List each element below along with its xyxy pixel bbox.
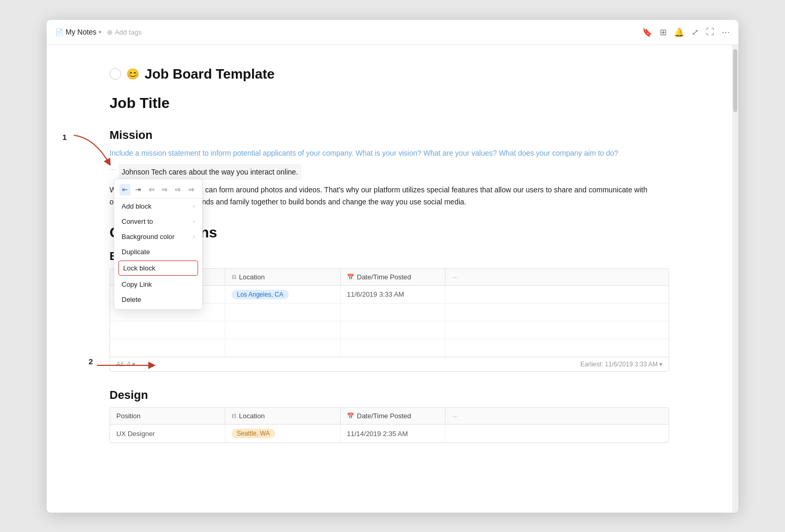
- mission-heading: Mission: [110, 128, 669, 142]
- design-position-col-label: Position: [116, 412, 140, 420]
- emoji-picker-btn[interactable]: [110, 68, 121, 80]
- expand-icon: ↔: [452, 274, 458, 281]
- arrow-1-svg: [69, 133, 116, 169]
- design-table-header: Position ⊟ Location 📅 Date/Time Posted: [110, 408, 669, 425]
- align-center-button[interactable]: ⇥: [133, 184, 144, 196]
- grid-icon[interactable]: ⊞: [660, 27, 667, 37]
- mission-block-row: ··· Johnson Tech cares about the way you…: [110, 164, 669, 180]
- content-area: 😊 Job Board Template Job Title Mission I…: [47, 45, 738, 513]
- engineering-table-footer: All: 4 ▾ Earliest: 11/6/2019 3:33 AM ▾: [110, 357, 669, 371]
- ctx-lock-block[interactable]: Lock block: [118, 260, 198, 276]
- cell-date-empty-3[interactable]: [341, 321, 445, 339]
- mission-block-text[interactable]: Johnson Tech cares about the way you int…: [118, 164, 301, 180]
- annotation-label-2: 2: [89, 357, 93, 366]
- align-justify-button[interactable]: ⇨: [159, 184, 170, 196]
- align-option4-button[interactable]: ⇨: [172, 184, 183, 196]
- context-menu: ⇤ ⇥ ⇦ ⇨ ⇨ ⇨ Add block ›: [114, 179, 203, 310]
- cell-loc-empty-4[interactable]: [225, 339, 341, 356]
- more-icon[interactable]: ⋯: [722, 27, 730, 37]
- cell-loc-empty-3[interactable]: [225, 321, 341, 339]
- design-link-icon: ⊟: [232, 412, 236, 419]
- annotation-label-1: 1: [62, 133, 67, 142]
- cell-design-location-1[interactable]: Seattle, WA: [225, 425, 341, 442]
- cell-extra-1: [445, 286, 669, 303]
- ctx-duplicate-label: Duplicate: [122, 248, 150, 256]
- th-design-location: ⊟ Location: [225, 408, 341, 424]
- th-date: 📅 Date/Time Posted: [341, 269, 445, 285]
- location-col-label: Location: [239, 273, 265, 281]
- ctx-add-block-label: Add block: [122, 202, 151, 210]
- design-calendar-icon: 📅: [347, 412, 354, 419]
- design-date-value-1: 11/14/2019 2:35 AM: [347, 430, 408, 438]
- scrollbar-track[interactable]: [732, 45, 738, 513]
- design-heading: Design: [110, 388, 669, 402]
- mission-placeholder-text: Include a mission statement to inform po…: [110, 147, 669, 159]
- cell-design-position-1[interactable]: UX Designer: [110, 425, 225, 442]
- cell-pos-empty-4[interactable]: [110, 339, 225, 356]
- doc-title-row: 😊 Job Board Template: [110, 66, 669, 82]
- th-design-position: Position: [110, 408, 225, 424]
- ctx-copy-link[interactable]: Copy Link: [114, 277, 202, 292]
- add-tags-button[interactable]: ⊕ Add tags: [107, 28, 141, 36]
- align-right-button[interactable]: ⇦: [146, 184, 157, 196]
- cell-date-empty-2[interactable]: [341, 303, 445, 321]
- add-tags-icon: ⊕: [107, 28, 113, 36]
- ctx-lock-label: Lock block: [123, 264, 155, 272]
- th-design-date: 📅 Date/Time Posted: [341, 408, 445, 424]
- cell-design-extra-1: [445, 425, 669, 442]
- design-expand-icon: ↔: [452, 412, 458, 420]
- design-table: Position ⊟ Location 📅 Date/Time Posted: [110, 407, 669, 443]
- topbar-actions: 🔖 ⊞ 🔔 ⤢ ⛶ ⋯: [642, 27, 730, 37]
- align-option5-button[interactable]: ⇨: [186, 184, 197, 196]
- ctx-convert-arrow: ›: [193, 218, 195, 224]
- calendar-icon: 📅: [347, 274, 354, 280]
- table-row: [110, 321, 669, 339]
- ctx-convert-to[interactable]: Convert to ›: [114, 214, 202, 229]
- cell-location-1[interactable]: Los Angeles, CA: [225, 286, 341, 303]
- ctx-add-block-arrow: ›: [193, 203, 195, 209]
- cell-date-empty-4[interactable]: [341, 339, 445, 356]
- ctx-copy-link-label: Copy Link: [122, 280, 152, 288]
- doc-emoji: 😊: [126, 68, 139, 80]
- share-icon[interactable]: ⤢: [692, 27, 699, 37]
- fullscreen-icon[interactable]: ⛶: [706, 27, 714, 37]
- th-design-expand[interactable]: ↔: [445, 408, 669, 424]
- app-window: 📄 My Notes ▾ ⊕ Add tags 🔖 ⊞ 🔔 ⤢ ⛶ ⋯ 😊: [47, 20, 738, 513]
- scrollbar-thumb[interactable]: [733, 49, 737, 112]
- ctx-duplicate[interactable]: Duplicate: [114, 244, 202, 259]
- doc-breadcrumb[interactable]: 📄 My Notes ▾: [55, 28, 102, 36]
- bookmark-icon[interactable]: 🔖: [642, 27, 652, 37]
- mission-section: Mission Include a mission statement to i…: [110, 128, 669, 208]
- design-position-value-1: UX Designer: [116, 430, 155, 438]
- cell-extra-3: [445, 321, 669, 339]
- cell-extra-4: [445, 339, 669, 356]
- ctx-convert-label: Convert to: [122, 218, 153, 225]
- th-location: ⊟ Location: [225, 269, 341, 285]
- table-row: [110, 339, 669, 357]
- design-date-col-label: Date/Time Posted: [357, 412, 411, 420]
- link-icon: ⊟: [232, 274, 236, 280]
- cell-pos-empty-3[interactable]: [110, 321, 225, 339]
- topbar: 📄 My Notes ▾ ⊕ Add tags 🔖 ⊞ 🔔 ⤢ ⛶ ⋯: [47, 20, 738, 45]
- cell-design-date-1[interactable]: 11/14/2019 2:35 AM: [341, 425, 445, 442]
- ctx-delete[interactable]: Delete: [114, 292, 202, 307]
- design-location-tag-1: Seattle, WA: [232, 429, 275, 438]
- th-expand[interactable]: ↔: [445, 269, 669, 285]
- design-location-col-label: Location: [239, 412, 265, 420]
- ctx-background-arrow: ›: [193, 233, 195, 240]
- arrow-2-svg: [97, 359, 160, 375]
- align-left-button[interactable]: ⇤: [119, 184, 130, 196]
- cell-date-1[interactable]: 11/6/2019 3:33 AM: [341, 286, 445, 303]
- table-row: UX Designer Seattle, WA 11/14/2019 2:35 …: [110, 425, 669, 442]
- page-title: Job Board Template: [145, 66, 275, 82]
- cell-loc-empty-2[interactable]: [225, 303, 341, 321]
- ctx-add-block[interactable]: Add block ›: [114, 199, 202, 214]
- earliest-date-btn[interactable]: Earliest: 11/6/2019 3:33 AM ▾: [581, 361, 662, 368]
- location-tag-1: Los Angeles, CA: [232, 290, 289, 299]
- cell-extra-2: [445, 303, 669, 321]
- chevron-down-icon: ▾: [99, 29, 102, 36]
- align-toolbar: ⇤ ⇥ ⇦ ⇨ ⇨ ⇨: [114, 181, 202, 199]
- date-col-label: Date/Time Posted: [357, 273, 411, 281]
- bell-icon[interactable]: 🔔: [674, 27, 684, 37]
- ctx-background-color[interactable]: Background color ›: [114, 229, 202, 244]
